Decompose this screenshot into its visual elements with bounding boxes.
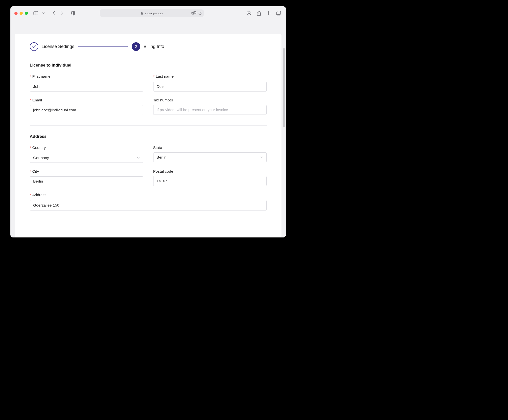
field-first-name: *First name (30, 74, 143, 92)
share-button[interactable] (255, 10, 262, 17)
field-label: *Country (30, 145, 143, 150)
field-postal-code: Postal code (153, 169, 267, 187)
field-label: Postal code (153, 169, 267, 174)
browser-viewport: License Settings 2 Billing Info License … (10, 20, 286, 237)
scrollbar[interactable] (283, 48, 285, 172)
step-license-settings[interactable]: License Settings (30, 42, 74, 51)
downloads-button[interactable] (245, 10, 252, 17)
postal-code-input[interactable] (153, 176, 267, 186)
field-label: *City (30, 169, 143, 174)
sidebar-toggle-button[interactable] (32, 10, 39, 17)
field-country: *Country Germany (30, 145, 143, 163)
step-label: License Settings (42, 44, 74, 49)
country-select[interactable]: Germany (30, 153, 143, 163)
sidebar-dropdown-button[interactable] (40, 10, 47, 17)
step-billing-info[interactable]: 2 Billing Info (132, 42, 164, 51)
translate-icon[interactable]: Aあ (191, 11, 196, 15)
nav-forward-button[interactable] (58, 10, 65, 17)
nav-back-button[interactable] (50, 10, 57, 17)
maximize-window-button[interactable] (25, 12, 28, 15)
url-text: store.jmix.io (145, 11, 163, 15)
close-window-button[interactable] (14, 12, 18, 15)
svg-rect-2 (141, 13, 143, 15)
first-name-input[interactable] (30, 82, 143, 92)
browser-window: store.jmix.io Aあ (10, 6, 286, 237)
field-last-name: *Last name (153, 74, 267, 92)
required-star-icon: * (153, 74, 154, 79)
tax-number-input[interactable] (153, 105, 267, 115)
svg-text:A: A (192, 12, 193, 14)
chevron-down-icon (137, 156, 140, 159)
minimize-window-button[interactable] (20, 12, 23, 15)
checkout-stepper: License Settings 2 Billing Info (30, 42, 267, 51)
browser-titlebar: store.jmix.io Aあ (10, 6, 286, 20)
field-label: State (153, 145, 267, 150)
page-content: License Settings 2 Billing Info License … (15, 34, 281, 237)
required-star-icon: * (30, 74, 31, 79)
field-email: *Email (30, 98, 143, 115)
lock-icon (141, 12, 143, 15)
privacy-shield-button[interactable] (70, 10, 76, 17)
tab-overview-button[interactable] (275, 10, 282, 17)
field-label: *Address (30, 193, 267, 198)
step-number-badge: 2 (132, 42, 140, 51)
address-input[interactable] (30, 200, 267, 210)
field-tax-number: Tax number (153, 98, 267, 115)
address-bar[interactable]: store.jmix.io Aあ (100, 9, 204, 17)
field-address: *Address (30, 193, 267, 211)
step-connector (78, 47, 128, 47)
required-star-icon: * (30, 145, 31, 150)
checkmark-icon (30, 42, 38, 51)
section-divider (30, 125, 267, 126)
field-label: Tax number (153, 98, 267, 102)
select-value: Germany (33, 156, 49, 160)
required-star-icon: * (30, 98, 31, 103)
new-tab-button[interactable] (265, 10, 272, 17)
field-state: State Berlin (153, 145, 267, 163)
step-label: Billing Info (144, 44, 164, 49)
field-label: *Email (30, 98, 143, 103)
field-label: *Last name (153, 74, 267, 79)
section-title-address: Address (30, 134, 267, 139)
city-input[interactable] (30, 176, 143, 186)
email-input[interactable] (30, 105, 143, 115)
select-value: Berlin (157, 155, 167, 160)
field-city: *City (30, 169, 143, 187)
last-name-input[interactable] (153, 82, 267, 92)
chevron-down-icon (260, 156, 263, 159)
required-star-icon: * (30, 169, 31, 174)
svg-rect-8 (277, 11, 280, 14)
window-controls (14, 12, 28, 15)
svg-text:あ: あ (194, 12, 196, 14)
field-label: *First name (30, 74, 143, 79)
section-title-individual: License to Individual (30, 63, 267, 68)
required-star-icon: * (30, 193, 31, 198)
svg-rect-0 (34, 11, 38, 15)
scrollbar-thumb[interactable] (283, 48, 285, 127)
state-select[interactable]: Berlin (153, 152, 267, 162)
reload-icon[interactable] (198, 11, 202, 15)
